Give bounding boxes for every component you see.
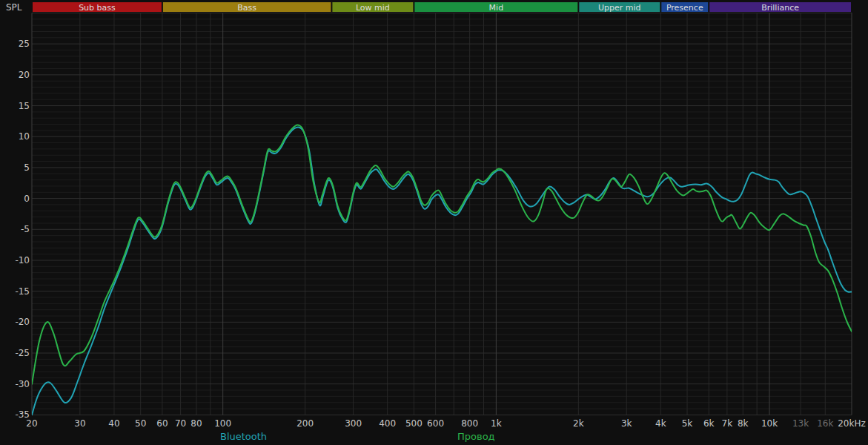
- x-tick-label: 800: [461, 418, 478, 429]
- x-tick-label: 6k: [703, 418, 715, 429]
- band-label: Presence: [666, 3, 703, 13]
- legend-item-wire[interactable]: Провод: [457, 431, 495, 442]
- x-tick-label: 70: [175, 418, 186, 429]
- x-tick-label: 600: [427, 418, 444, 429]
- y-tick-label: -25: [15, 348, 30, 358]
- x-tick-label: 5k: [682, 418, 693, 429]
- y-tick-label: -10: [15, 255, 30, 266]
- x-tick-label: 4k: [655, 418, 666, 429]
- x-tick-label: 16k: [817, 418, 833, 429]
- band-label: Brilliance: [761, 3, 799, 13]
- band-label: Low mid: [356, 3, 390, 13]
- y-tick-label: -20: [15, 317, 30, 327]
- x-tick-label: 30: [74, 418, 85, 429]
- y-axis-title: SPL: [6, 2, 22, 13]
- x-tick-label: 20: [26, 418, 37, 429]
- x-tick-label: 200: [296, 418, 314, 429]
- x-tick-label: 20kHz: [838, 418, 866, 429]
- x-tick-label: 500: [405, 418, 423, 429]
- band-label: Upper mid: [598, 3, 641, 13]
- y-tick-label: 0: [24, 194, 30, 204]
- y-tick-label: -15: [15, 286, 30, 297]
- x-tick-label: 50: [135, 418, 146, 429]
- band-label: Bass: [237, 3, 256, 13]
- y-tick-label: 15: [19, 101, 30, 111]
- x-tick-label: 40: [108, 418, 119, 429]
- x-tick-label: 3k: [621, 418, 632, 429]
- x-tick-label: 100: [214, 418, 231, 429]
- band-label: Sub bass: [79, 3, 116, 13]
- chart-background: [0, 0, 868, 445]
- x-tick-label: 8k: [738, 418, 749, 429]
- x-tick-label: 10k: [761, 418, 778, 429]
- y-tick-label: -5: [21, 224, 30, 234]
- x-tick-label: 80: [191, 418, 202, 429]
- x-tick-label: 7k: [722, 418, 733, 429]
- x-tick-label: 13k: [792, 418, 809, 429]
- frequency-bands: Sub bassBassLow midMidUpper midPresenceB…: [33, 2, 851, 13]
- y-tick-label: 20: [19, 70, 30, 80]
- band-label: Mid: [489, 3, 504, 13]
- x-tick-label: 2k: [573, 418, 584, 429]
- frequency-response-chart: Sub bassBassLow midMidUpper midPresenceB…: [0, 0, 868, 445]
- x-tick-label: 300: [345, 418, 362, 429]
- x-tick-label: 400: [379, 418, 396, 429]
- x-tick-label: 1k: [491, 418, 502, 429]
- y-tick-label: -30: [15, 379, 30, 389]
- y-tick-label: 10: [19, 131, 30, 142]
- y-tick-label: 25: [19, 39, 30, 49]
- legend-item-bluetooth[interactable]: Bluetooth: [220, 431, 267, 442]
- x-tick-label: 60: [156, 418, 168, 429]
- chart-canvas: Sub bassBassLow midMidUpper midPresenceB…: [0, 0, 868, 445]
- y-tick-label: 5: [24, 162, 30, 173]
